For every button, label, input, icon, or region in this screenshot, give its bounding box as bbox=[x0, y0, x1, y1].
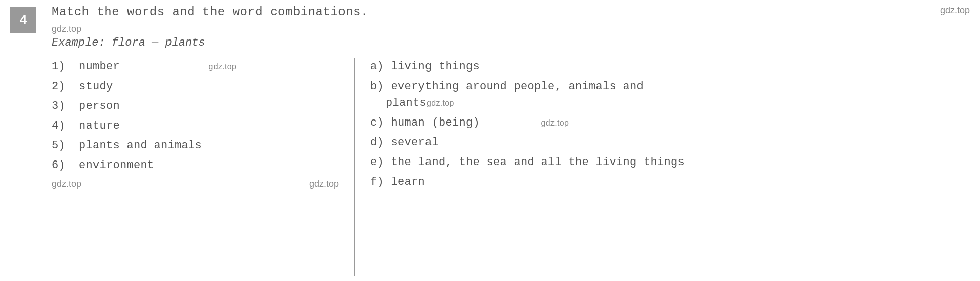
watermark-bottom-left: gdz.top bbox=[52, 179, 81, 189]
item-text-b-line1: everything around people, animals and bbox=[391, 80, 644, 93]
instruction-row: Match the words and the word combination… bbox=[52, 5, 970, 19]
watermark-b-inline: gdz.top bbox=[427, 99, 454, 107]
item-text: nature bbox=[79, 119, 120, 132]
watermark-top-left: gdz.top bbox=[52, 24, 81, 34]
item-letter: e) bbox=[370, 156, 384, 169]
item-text-b-line2: plantsgdz.top bbox=[370, 95, 970, 111]
item-text: study bbox=[79, 80, 113, 93]
item-text: plants and animals bbox=[79, 139, 202, 152]
list-item: 1) number gdz.top bbox=[52, 58, 344, 75]
right-list-item-a: a) living things bbox=[370, 58, 970, 75]
columns-container: 1) number gdz.top 2) study 3) person 4) … bbox=[52, 58, 970, 276]
bottom-watermarks-left: gdz.top gdz.top bbox=[52, 179, 344, 189]
item-letter: c) bbox=[370, 116, 384, 129]
watermark-c-inline: gdz.top bbox=[541, 118, 569, 127]
left-items-list: 1) number gdz.top 2) study 3) person 4) … bbox=[52, 58, 344, 174]
right-list-item-f: f) learn bbox=[370, 174, 970, 190]
item-text: human (being) bbox=[391, 116, 480, 129]
instruction-main: Match the words and the word combination… bbox=[52, 5, 368, 19]
item-number: 1) bbox=[52, 60, 65, 73]
item-number: 6) bbox=[52, 159, 65, 172]
item-text: several bbox=[391, 136, 439, 149]
item-text: number bbox=[79, 60, 120, 73]
item-number: 5) bbox=[52, 139, 65, 152]
watermark-top-left-row: gdz.top bbox=[52, 23, 970, 35]
right-column: a) living things b) everything around pe… bbox=[355, 58, 970, 276]
right-items-list: a) living things b) everything around pe… bbox=[370, 58, 970, 190]
left-column: 1) number gdz.top 2) study 3) person 4) … bbox=[52, 58, 355, 276]
item-letter: f) bbox=[370, 176, 384, 188]
item-text: environment bbox=[79, 159, 154, 172]
example-line: Example: flora — plants bbox=[52, 36, 970, 49]
item-number: 3) bbox=[52, 100, 65, 112]
right-list-item-c: c) human (being) gdz.top bbox=[370, 114, 970, 131]
item-letter: d) bbox=[370, 136, 384, 149]
item-number: 4) bbox=[52, 119, 65, 132]
right-list-item-d: d) several bbox=[370, 134, 970, 151]
list-item: 5) plants and animals bbox=[52, 137, 344, 154]
list-item: 2) study bbox=[52, 78, 344, 95]
exercise-container: 4 Match the words and the word combinati… bbox=[0, 0, 980, 281]
exercise-content: Match the words and the word combination… bbox=[52, 5, 970, 276]
item-text: person bbox=[79, 100, 120, 112]
instruction-text: Match the words and the word combination… bbox=[52, 5, 368, 19]
watermark-bottom-right-col: gdz.top bbox=[309, 179, 339, 189]
item-letter: b) bbox=[370, 80, 384, 93]
list-item: 4) nature bbox=[52, 117, 344, 134]
list-item: 3) person bbox=[52, 98, 344, 114]
exercise-number: 4 bbox=[10, 7, 36, 33]
example-text: : flora — plants bbox=[98, 36, 205, 49]
item-number: 2) bbox=[52, 80, 65, 93]
right-list-item-b: b) everything around people, animals and… bbox=[370, 78, 970, 111]
item-letter: a) bbox=[370, 60, 384, 73]
item-text: living things bbox=[391, 60, 480, 73]
item-text: the land, the sea and all the living thi… bbox=[391, 156, 685, 169]
example-label: Example bbox=[52, 36, 98, 49]
item-text: learn bbox=[391, 176, 425, 188]
watermark-top-right: gdz.top bbox=[940, 5, 970, 16]
watermark-left-inline: gdz.top bbox=[209, 62, 237, 71]
right-list-item-e: e) the land, the sea and all the living … bbox=[370, 154, 970, 171]
list-item: 6) environment bbox=[52, 157, 344, 174]
